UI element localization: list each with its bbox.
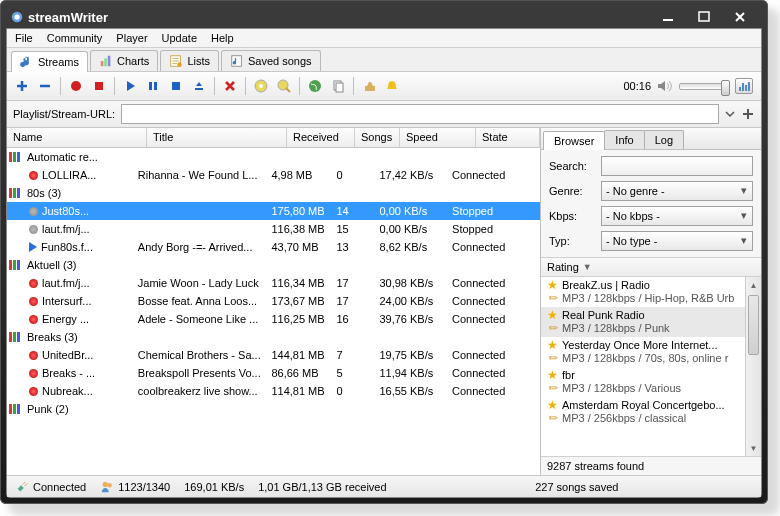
rtab-info[interactable]: Info: [604, 130, 644, 149]
rtab-log[interactable]: Log: [644, 130, 684, 149]
group-icon: [9, 152, 23, 162]
eject-button[interactable]: [188, 75, 210, 97]
record-stop-button[interactable]: [88, 75, 110, 97]
delete-button[interactable]: [219, 75, 241, 97]
browser-item[interactable]: ★Yesterday Once More Internet...✎MP3 / 1…: [541, 337, 745, 367]
rtab-browser[interactable]: Browser: [543, 131, 605, 150]
tree-item[interactable]: Nubreak...coolbreakerz live show...114,8…: [7, 382, 540, 400]
col-state[interactable]: State: [476, 128, 540, 147]
tree-group[interactable]: Punk (2): [7, 400, 540, 418]
svg-rect-11: [95, 82, 103, 90]
browser-item[interactable]: ★BreakZ.us | Radio✎MP3 / 128kbps / Hip-H…: [541, 277, 745, 307]
pause-button[interactable]: [142, 75, 164, 97]
typ-select[interactable]: - No type -: [601, 231, 753, 251]
svg-rect-6: [108, 56, 111, 67]
browser-item[interactable]: ★Amsterdam Royal Concertgebo...✎MP3 / 25…: [541, 397, 745, 427]
svg-rect-22: [365, 86, 375, 91]
tree-item[interactable]: laut.fm/j...Jamie Woon - Lady Luck116,34…: [7, 274, 540, 292]
status-dot: [29, 351, 38, 360]
url-add-button[interactable]: [741, 107, 755, 121]
copy-button[interactable]: [327, 75, 349, 97]
col-name[interactable]: Name: [7, 128, 147, 147]
search-input[interactable]: [601, 156, 753, 176]
saved-icon: [230, 54, 244, 68]
tree-item[interactable]: UnitedBr...Chemical Brothers - Sa...144,…: [7, 346, 540, 364]
list-icon: [169, 54, 183, 68]
main-tabs: Streams Charts Lists Saved songs: [7, 48, 761, 72]
stream-tree[interactable]: Automatic re...LOLLIRA...Rihanna - We Fo…: [7, 148, 540, 475]
status-dot: [29, 242, 37, 252]
col-title[interactable]: Title: [147, 128, 287, 147]
tree-item[interactable]: Intersurf...Bosse feat. Anna Loos...173,…: [7, 292, 540, 310]
volume-slider[interactable]: [679, 83, 729, 90]
svg-point-24: [108, 483, 112, 487]
kbps-select[interactable]: - No kbps -: [601, 206, 753, 226]
menu-community[interactable]: Community: [47, 32, 103, 44]
group-icon: [9, 188, 23, 198]
svg-point-8: [178, 62, 182, 66]
maximize-button[interactable]: [686, 8, 722, 26]
svg-rect-13: [154, 82, 157, 90]
add-button[interactable]: [11, 75, 33, 97]
tree-group[interactable]: 80s (3): [7, 184, 540, 202]
status-saved: 227 songs saved: [535, 481, 618, 493]
pen-icon: ✎: [547, 322, 561, 335]
menu-file[interactable]: File: [15, 32, 33, 44]
minimize-button[interactable]: [650, 8, 686, 26]
tab-lists[interactable]: Lists: [160, 50, 219, 71]
browser-item[interactable]: ★fbr✎MP3 / 128kbps / Various: [541, 367, 745, 397]
col-songs[interactable]: Songs: [355, 128, 400, 147]
tree-item[interactable]: Energy ...Adele - Someone Like ...116,25…: [7, 310, 540, 328]
status-dot: [29, 279, 38, 288]
svg-rect-4: [101, 61, 104, 66]
settings-button[interactable]: [358, 75, 380, 97]
tree-group[interactable]: Automatic re...: [7, 148, 540, 166]
globe-button[interactable]: [304, 75, 326, 97]
column-headers: Name Title Received Songs Speed State: [7, 128, 540, 148]
equalizer-button[interactable]: [735, 78, 753, 94]
url-label: Playlist/Stream-URL:: [13, 108, 115, 120]
remove-button[interactable]: [34, 75, 56, 97]
menu-help[interactable]: Help: [211, 32, 234, 44]
bell-button[interactable]: [381, 75, 403, 97]
stop-button[interactable]: [165, 75, 187, 97]
tree-item[interactable]: Just80s...175,80 MB140,00 KB/sStopped: [7, 202, 540, 220]
genre-select[interactable]: - No genre -: [601, 181, 753, 201]
status-dot: [29, 171, 38, 180]
users-icon: [100, 480, 114, 494]
tree-item[interactable]: LOLLIRA...Rihanna - We Found L...4,98 MB…: [7, 166, 540, 184]
tab-streams[interactable]: Streams: [11, 51, 88, 72]
scrollbar[interactable]: ▲▼: [745, 277, 761, 456]
col-received[interactable]: Received: [287, 128, 355, 147]
url-input[interactable]: [121, 104, 719, 124]
disc-button[interactable]: [250, 75, 272, 97]
record-button[interactable]: [65, 75, 87, 97]
tree-item[interactable]: Breaks - ...Breakspoll Presents Vo...86,…: [7, 364, 540, 382]
note-icon: [20, 55, 34, 69]
svg-rect-9: [232, 56, 242, 67]
tree-group[interactable]: Aktuell (3): [7, 256, 540, 274]
browser-item[interactable]: ★Real Punk Radio✎MP3 / 128kbps / Punk: [541, 307, 745, 337]
menu-player[interactable]: Player: [116, 32, 147, 44]
svg-rect-12: [149, 82, 152, 90]
tree-group[interactable]: Breaks (3): [7, 328, 540, 346]
menu-update[interactable]: Update: [162, 32, 197, 44]
close-button[interactable]: [722, 8, 758, 26]
tab-charts[interactable]: Charts: [90, 50, 158, 71]
browser-list[interactable]: ▲▼ ★BreakZ.us | Radio✎MP3 / 128kbps / Hi…: [541, 277, 761, 457]
tree-item[interactable]: laut.fm/j...116,38 MB150,00 KB/sStopped: [7, 220, 540, 238]
status-received: 1,01 GB/1,13 GB received: [258, 481, 386, 493]
col-speed[interactable]: Speed: [400, 128, 476, 147]
status-connected: Connected: [33, 481, 86, 493]
tab-saved-songs[interactable]: Saved songs: [221, 50, 321, 71]
svg-rect-14: [172, 82, 180, 90]
play-button[interactable]: [119, 75, 141, 97]
group-icon: [9, 404, 23, 414]
disc-edit-button[interactable]: [273, 75, 295, 97]
url-dropdown-icon[interactable]: [725, 107, 735, 121]
status-dot: [29, 315, 38, 324]
rating-header[interactable]: Rating▼: [541, 258, 761, 277]
plug-icon: [15, 480, 29, 494]
genre-label: Genre:: [549, 185, 595, 197]
tree-item[interactable]: Fun80s.f...Andy Borg -=- Arrived...43,70…: [7, 238, 540, 256]
